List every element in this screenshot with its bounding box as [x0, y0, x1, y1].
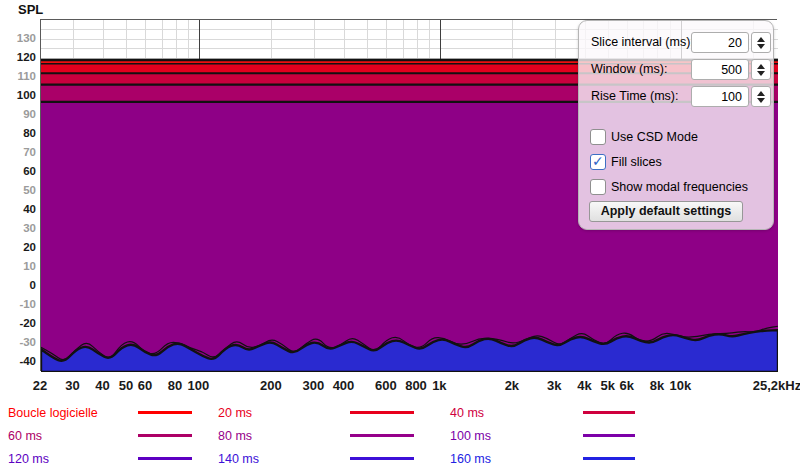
field-spinner[interactable] — [751, 59, 771, 80]
x-tick-label: 200 — [260, 378, 282, 394]
legend-label: 20 ms — [218, 406, 252, 420]
legend-line-swatch — [350, 457, 414, 460]
x-tick-label: 10k — [669, 378, 691, 394]
x-tick-label: 4k — [577, 378, 591, 394]
y-tick-label: 30 — [0, 222, 36, 235]
legend-label: 120 ms — [8, 452, 49, 466]
x-tick-label: 22 — [33, 378, 47, 394]
apply-default-settings-button[interactable]: Apply default settings — [589, 201, 743, 222]
legend-line-swatch — [138, 457, 192, 460]
field-value-input[interactable] — [691, 59, 749, 80]
checkbox-unchecked[interactable] — [590, 129, 606, 145]
field-spinner[interactable] — [751, 32, 771, 53]
x-tick-label: 40 — [95, 378, 109, 394]
spinner-down-icon[interactable] — [757, 98, 765, 103]
spectral-decay-window: SPL 1301201101009080706050403020100-10-2… — [0, 0, 800, 466]
field-value-input[interactable] — [691, 32, 749, 53]
legend-line-swatch — [138, 411, 192, 414]
x-tick-label: 100 — [188, 378, 210, 394]
y-tick-label: 50 — [0, 184, 36, 197]
x-tick-label: 800 — [405, 378, 427, 394]
checkmark-icon: ✓ — [592, 153, 604, 169]
x-tick-label: 60 — [138, 378, 152, 394]
y-tick-label: 80 — [0, 127, 36, 140]
legend-label: 60 ms — [8, 429, 42, 443]
y-tick-label: 100 — [0, 89, 36, 102]
checkbox-unchecked[interactable] — [590, 179, 606, 195]
legend-label: 140 ms — [218, 452, 259, 466]
x-tick-label: 50 — [119, 378, 133, 394]
legend-line-swatch — [583, 411, 635, 414]
field-value-input[interactable] — [691, 86, 749, 107]
field-spinner[interactable] — [751, 86, 771, 107]
x-tick-label: 30 — [65, 378, 79, 394]
y-tick-label: 60 — [0, 165, 36, 178]
y-tick-label: -30 — [0, 336, 36, 349]
x-tick-label: 8k — [650, 378, 664, 394]
x-tick-label: 1k — [432, 378, 446, 394]
y-tick-label: 0 — [0, 279, 36, 292]
field-label: Slice interval (ms): — [591, 32, 694, 53]
spinner-up-icon[interactable] — [757, 91, 765, 96]
legend-line-swatch — [583, 457, 635, 460]
field-label: Rise Time (ms): — [591, 86, 679, 107]
x-tick-label: 2k — [505, 378, 519, 394]
x-tick-label: 80 — [168, 378, 182, 394]
legend-line-swatch — [350, 411, 414, 414]
checkbox-label: Show modal frequencies — [611, 179, 748, 195]
legend-label: Boucle logicielle — [8, 406, 98, 420]
spinner-down-icon[interactable] — [757, 71, 765, 76]
legend-label: 160 ms — [450, 452, 491, 466]
y-tick-label: 90 — [0, 108, 36, 121]
x-tick-label: 600 — [375, 378, 397, 394]
checkbox-label: Fill slices — [611, 154, 662, 170]
x-tick-label: 5k — [601, 378, 615, 394]
field-label: Window (ms): — [591, 59, 667, 80]
y-tick-label: 70 — [0, 146, 36, 159]
legend-label: 80 ms — [218, 429, 252, 443]
legend-label: 100 ms — [450, 429, 491, 443]
settings-panel: Slice interval (ms):Window (ms):Rise Tim… — [578, 20, 774, 230]
spinner-up-icon[interactable] — [757, 37, 765, 42]
y-tick-label: 130 — [0, 32, 36, 45]
legend-line-swatch — [138, 434, 192, 437]
y-tick-label: -20 — [0, 317, 36, 330]
checkbox-checked[interactable]: ✓ — [590, 154, 606, 170]
spinner-up-icon[interactable] — [757, 64, 765, 69]
legend-line-swatch — [350, 434, 414, 437]
legend-line-swatch — [583, 434, 635, 437]
x-tick-label: 3k — [547, 378, 561, 394]
legend-label: 40 ms — [450, 406, 484, 420]
x-tick-label: 6k — [620, 378, 634, 394]
y-tick-label: 110 — [0, 70, 36, 83]
x-tick-label: 300 — [303, 378, 325, 394]
y-tick-label: 20 — [0, 241, 36, 254]
y-tick-label: -40 — [0, 355, 36, 368]
checkbox-label: Use CSD Mode — [611, 129, 698, 145]
x-tick-label: 400 — [333, 378, 355, 394]
spinner-down-icon[interactable] — [757, 44, 765, 49]
y-axis-title: SPL — [18, 2, 43, 17]
x-tick-label: 25,2kHz — [753, 378, 800, 394]
y-tick-label: 40 — [0, 203, 36, 216]
y-tick-label: -10 — [0, 298, 36, 311]
y-tick-label: 10 — [0, 260, 36, 273]
y-tick-label: 120 — [0, 51, 36, 64]
